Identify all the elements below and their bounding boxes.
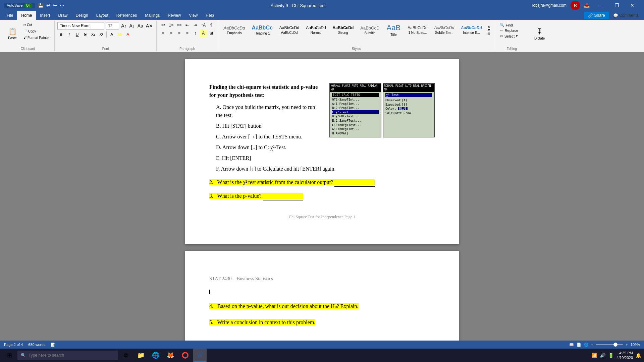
- read-mode-icon[interactable]: 📖: [569, 343, 574, 347]
- tab-review[interactable]: Review: [164, 11, 185, 20]
- search-input[interactable]: [29, 353, 96, 358]
- redo-icon[interactable]: ↪: [53, 3, 57, 8]
- align-left-button[interactable]: ≡: [159, 29, 167, 37]
- autosave-toggle[interactable]: Off: [24, 3, 33, 8]
- task-view-button[interactable]: ⧉: [119, 349, 133, 362]
- browser-button[interactable]: 🌐: [149, 349, 162, 362]
- paste-button[interactable]: 📋 Paste: [4, 22, 21, 45]
- style-normal-light[interactable]: AaBbCcDd AaBbCcDd: [277, 24, 302, 36]
- print-layout-icon[interactable]: 📄: [577, 343, 581, 347]
- user-avatar[interactable]: R: [571, 1, 580, 10]
- style-intensee[interactable]: AaBbCcDd Intense E...: [458, 24, 485, 36]
- tab-references[interactable]: References: [112, 11, 141, 20]
- text-highlight-button[interactable]: ab: [116, 31, 123, 38]
- style-heading1[interactable]: AaBbCc Heading 1: [249, 23, 275, 37]
- undo-icon[interactable]: ↩: [46, 3, 50, 8]
- underline-button[interactable]: U: [73, 31, 81, 38]
- replace-button[interactable]: ↔ Replace: [498, 28, 526, 33]
- cursor-area[interactable]: [209, 288, 435, 296]
- decrease-font-icon[interactable]: A↓: [128, 22, 135, 29]
- clear-format-icon[interactable]: A✕: [145, 22, 154, 29]
- align-center-button[interactable]: ≡: [167, 29, 175, 37]
- styles-up-icon[interactable]: ▲: [487, 24, 491, 28]
- multilevel-button[interactable]: ≡≡: [175, 21, 183, 29]
- zoom-in-icon[interactable]: +: [626, 343, 628, 347]
- tab-insert[interactable]: Insert: [36, 11, 54, 20]
- tab-file[interactable]: File: [3, 11, 17, 20]
- tab-home[interactable]: Home: [17, 11, 36, 20]
- style-strong[interactable]: AaBbCcDd Strong: [330, 24, 357, 36]
- chrome-button[interactable]: ⭕: [178, 349, 192, 362]
- taskbar-search[interactable]: 🔍: [17, 351, 118, 360]
- zoom-slider[interactable]: [596, 344, 623, 345]
- borders-button[interactable]: ⊞: [208, 29, 215, 37]
- word-taskbar-button[interactable]: W: [193, 349, 207, 362]
- tab-mailings[interactable]: Mailings: [141, 11, 164, 20]
- format-painter-button[interactable]: 🖌 Format Painter: [21, 35, 52, 41]
- start-button[interactable]: ⊞: [3, 349, 16, 362]
- volume-icon[interactable]: 🔊: [600, 353, 605, 358]
- comments-button[interactable]: 💬 Comments: [610, 12, 641, 19]
- superscript-button[interactable]: X²: [98, 31, 105, 38]
- style-emphasis[interactable]: AaBbCcDd Emphasis: [221, 24, 248, 36]
- styles-expand-icon[interactable]: ⊞: [487, 32, 491, 36]
- zoom-level[interactable]: 109%: [631, 343, 640, 347]
- question3-blank[interactable]: [263, 192, 303, 200]
- copy-button[interactable]: 📄 Copy: [21, 28, 52, 34]
- justify-button[interactable]: ≡: [183, 29, 191, 37]
- bold-button[interactable]: B: [57, 31, 65, 38]
- more-icon[interactable]: ⋯: [60, 3, 64, 8]
- shading-button[interactable]: A: [200, 29, 207, 37]
- strikethrough-button[interactable]: S: [82, 31, 89, 38]
- font-size-selector[interactable]: 12: [106, 22, 119, 29]
- numbering-button[interactable]: 1≡: [167, 21, 175, 29]
- style-nospace[interactable]: AaBbCcDd 1 No Spac...: [405, 24, 430, 36]
- web-layout-icon[interactable]: 🌐: [584, 343, 589, 347]
- dictate-button[interactable]: 🎙 Dictate: [531, 22, 548, 45]
- tab-view[interactable]: View: [185, 11, 202, 20]
- line-spacing-button[interactable]: ↕: [192, 29, 199, 37]
- font-color-button[interactable]: A: [124, 31, 131, 38]
- styles-down-icon[interactable]: ▼: [487, 28, 491, 32]
- close-button[interactable]: ✕: [625, 0, 640, 11]
- select-button[interactable]: ▭ Select ▾: [498, 33, 526, 39]
- align-right-button[interactable]: ≡: [175, 29, 183, 37]
- increase-font-icon[interactable]: A↑: [120, 22, 127, 29]
- minimize-button[interactable]: —: [594, 0, 609, 11]
- style-title[interactable]: AaB Title: [383, 22, 404, 38]
- proofread-icon[interactable]: 📝: [51, 343, 55, 347]
- style-subtleemph[interactable]: AaBbCcDd Subtle Em...: [432, 24, 457, 36]
- share-button[interactable]: 🔗 Share: [584, 12, 609, 19]
- share-icon[interactable]: 📤: [584, 3, 590, 8]
- time-display[interactable]: 4:35 PM 4/10/2020: [616, 351, 633, 360]
- style-subtitle[interactable]: AaBbCcD Subtitle: [358, 24, 382, 36]
- question2-blank[interactable]: [334, 178, 375, 187]
- zoom-out-icon[interactable]: −: [591, 343, 593, 347]
- show-marks-button[interactable]: ¶: [208, 21, 215, 29]
- tab-help[interactable]: Help: [202, 11, 218, 20]
- sort-button[interactable]: ↕A: [200, 21, 207, 29]
- decrease-indent-button[interactable]: ⇤: [183, 21, 191, 29]
- find-button[interactable]: 🔍 Find: [498, 22, 526, 28]
- firefox-button[interactable]: 🦊: [164, 349, 177, 362]
- notification-icon[interactable]: 🔔: [636, 353, 641, 358]
- tab-design[interactable]: Design: [71, 11, 92, 20]
- tab-draw[interactable]: Draw: [54, 11, 71, 20]
- increase-indent-button[interactable]: ⇥: [192, 21, 199, 29]
- autosave-indicator[interactable]: AutoSave Off: [4, 3, 35, 8]
- tab-layout[interactable]: Layout: [92, 11, 112, 20]
- bullets-button[interactable]: ≡•: [159, 21, 167, 29]
- network-icon[interactable]: 📶: [591, 353, 597, 358]
- subscript-button[interactable]: X₂: [90, 31, 97, 38]
- document-area[interactable]: NORMAL FLOAT AUTO REAL RADIAN MP EDIT CA…: [0, 52, 644, 341]
- save-icon[interactable]: 💾: [38, 3, 44, 8]
- styles-scroll[interactable]: ▲ ▼ ⊞: [486, 24, 492, 36]
- file-explorer-button[interactable]: 📁: [134, 349, 148, 362]
- text-effect-button[interactable]: A: [108, 31, 115, 38]
- restore-button[interactable]: ❐: [609, 0, 625, 11]
- font-name-selector[interactable]: Times New Rom: [57, 22, 104, 29]
- change-case-icon[interactable]: Aa: [137, 22, 144, 29]
- italic-button[interactable]: I: [65, 31, 73, 38]
- style-normal[interactable]: AaBbCcDd Normal: [303, 24, 328, 36]
- battery-icon[interactable]: 🔋: [608, 353, 614, 358]
